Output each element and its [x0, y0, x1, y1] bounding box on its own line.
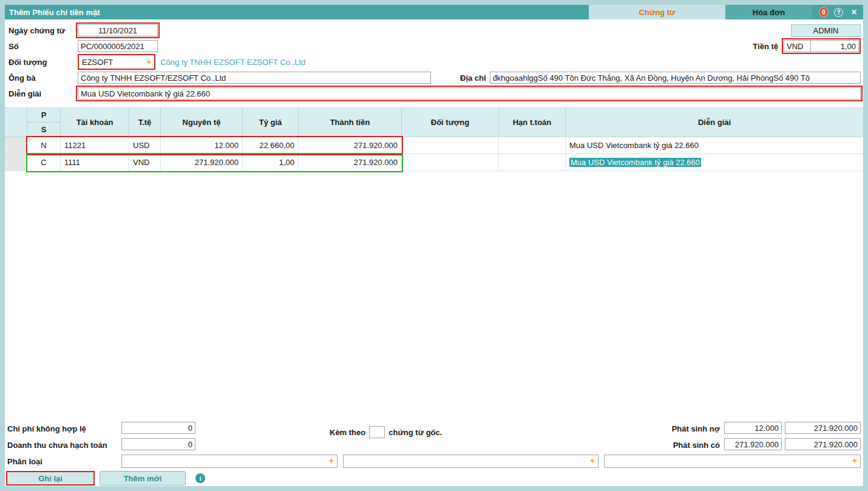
row-ong-ba: Ông bà Địa chỉ	[5, 70, 863, 86]
currency-annotation-box	[782, 38, 861, 54]
grid-row-debit[interactable]: N 11221 USD 12.000 22.660,00 271.920.000…	[5, 137, 863, 154]
phat-sinh-no-qty	[724, 422, 782, 434]
cell-dien-giai[interactable]: Mua USD Vietcombank tỷ giá 22.660	[566, 137, 863, 154]
add-partner-icon[interactable]: +	[144, 57, 154, 67]
dia-chi-input[interactable]	[490, 72, 861, 84]
so-label: Số	[6, 42, 78, 51]
transaction-grid: P S Tài khoản T.tệ Nguyên tệ Tỷ giá Thàn…	[5, 107, 863, 418]
ong-ba-label: Ông bà	[6, 73, 78, 83]
help-icon[interactable]: ?	[834, 8, 843, 17]
grid-header-p: P	[27, 108, 60, 123]
row-so: Số Tiền tệ	[5, 38, 863, 54]
row-handle[interactable]	[5, 137, 27, 154]
cell-t-te[interactable]: VND	[129, 154, 161, 171]
chi-phi-input[interactable]	[121, 422, 195, 434]
grid-header-handle	[5, 108, 27, 137]
cell-doi-tuong[interactable]	[402, 137, 499, 154]
admin-button[interactable]: ADMIN	[791, 24, 861, 37]
grid-row-credit[interactable]: C 1111 VND 271.920.000 1,00 271.920.000 …	[5, 154, 863, 171]
row-doi-tuong: Đối tượng + Công ty TNHH EZSOFT EZSOFT C…	[5, 54, 863, 70]
cell-t-te[interactable]: USD	[129, 137, 161, 154]
doi-tuong-label: Đối tượng	[6, 58, 78, 67]
tab-chung-tu[interactable]: Chứng từ	[589, 5, 725, 19]
cell-thanh-tien[interactable]: 271.920.000	[299, 154, 402, 171]
phan-loai-label: Phân loại	[7, 455, 42, 468]
grid-header-ty-gia: Tỷ giá	[243, 108, 299, 137]
phan-loai-field-1[interactable]: +	[121, 455, 337, 468]
cell-han-t-toan[interactable]	[499, 137, 566, 154]
save-button[interactable]: Ghi lại	[6, 471, 95, 486]
kem-theo-group: Kèm theo chứng từ gốc.	[330, 425, 442, 439]
cell-ps[interactable]: C	[27, 154, 61, 171]
ngay-chung-tu-label: Ngày chứng từ	[6, 26, 78, 35]
phat-sinh-co-label: Phát sinh có	[623, 438, 720, 452]
currency-code-input[interactable]	[784, 40, 810, 52]
doanh-thu-label: Doanh thu chưa hạch toán	[7, 438, 107, 452]
so-input[interactable]	[78, 40, 158, 52]
phan-loai-field-3[interactable]: +	[604, 455, 861, 468]
selected-text: Mua USD Vietcombank tỷ giá 22.660	[569, 158, 701, 167]
doi-tuong-input[interactable]	[80, 56, 144, 68]
add-category-icon[interactable]: +	[850, 456, 860, 466]
cash-payment-voucher-window: Thêm Phiếu chi tiền mặt Chứng từ Hóa đơn…	[5, 5, 863, 486]
exchange-rate-input[interactable]	[810, 40, 859, 52]
row-dien-giai: Diễn giải	[5, 86, 863, 101]
cell-thanh-tien[interactable]: 271.920.000	[299, 137, 402, 154]
voucher-footer: Chi phí không hợp lệ Kèm theo chứng từ g…	[5, 418, 863, 486]
cell-han-t-toan[interactable]	[499, 154, 566, 171]
notification-badge: 0	[819, 7, 829, 17]
info-icon[interactable]: i	[195, 473, 205, 483]
kem-theo-label: Kèm theo	[330, 428, 365, 437]
cell-nguyen-te[interactable]: 271.920.000	[161, 154, 243, 171]
add-category-icon[interactable]: +	[327, 456, 336, 466]
grid-header-row: P S Tài khoản T.tệ Nguyên tệ Tỷ giá Thàn…	[5, 108, 863, 137]
cell-tai-khoan[interactable]: 1111	[61, 154, 129, 171]
kem-theo-input[interactable]	[369, 426, 385, 438]
cell-ty-gia[interactable]: 1,00	[243, 154, 299, 171]
grid-header-thanh-tien: Thành tiền	[299, 108, 402, 137]
chi-phi-label: Chi phí không hợp lệ	[7, 422, 86, 435]
cell-ty-gia[interactable]: 22.660,00	[243, 137, 299, 154]
phat-sinh-no-amount	[785, 422, 861, 434]
phat-sinh-co-amount	[785, 438, 861, 450]
row-handle[interactable]	[5, 154, 27, 171]
grid-header-tai-khoan: Tài khoản	[61, 108, 129, 137]
close-icon[interactable]: ✕	[851, 8, 857, 16]
add-new-button[interactable]: Thêm mới	[100, 471, 186, 486]
titlebar: Thêm Phiếu chi tiền mặt Chứng từ Hóa đơn…	[5, 5, 863, 19]
row-ngay-chung-tu: Ngày chứng từ ADMIN	[5, 22, 863, 38]
chung-tu-goc-label: chứng từ gốc.	[388, 428, 442, 437]
doanh-thu-input[interactable]	[121, 438, 195, 450]
grid-header-nguyen-te: Nguyên tệ	[161, 108, 243, 137]
ngay-chung-tu-input[interactable]	[78, 24, 158, 36]
titlebar-icons: 0 ? ✕	[812, 5, 863, 19]
cell-tai-khoan[interactable]: 11221	[61, 137, 129, 154]
grid-header-t-te: T.tệ	[129, 108, 161, 137]
partner-display-name: Công ty TNHH EZSOFT EZSOFT Co.,Ltd	[160, 58, 305, 67]
grid-header-dien-giai: Diễn giải	[566, 108, 863, 137]
grid-header-s: S	[27, 123, 60, 137]
add-category-icon[interactable]: +	[588, 456, 597, 466]
dien-giai-label: Diễn giải	[6, 89, 78, 98]
doi-tuong-annotation-box: +	[78, 54, 155, 70]
grid-header-doi-tuong: Đối tượng	[402, 108, 499, 137]
phat-sinh-no-label: Phát sinh nợ	[623, 422, 720, 435]
phan-loai-field-2[interactable]: +	[343, 455, 598, 468]
ong-ba-input[interactable]	[78, 72, 431, 84]
cell-dien-giai[interactable]: Mua USD Vietcombank tỷ giá 22.660	[566, 154, 863, 171]
tien-te-label: Tiền tệ	[753, 42, 778, 51]
cell-doi-tuong[interactable]	[402, 154, 499, 171]
grid-header-han-t-toan: Hạn t.toán	[499, 108, 566, 137]
window-title: Thêm Phiếu chi tiền mặt	[5, 5, 589, 19]
grid-header-ps: P S	[27, 108, 61, 137]
dien-giai-input[interactable]	[78, 87, 861, 100]
cell-ps[interactable]: N	[27, 137, 61, 154]
dia-chi-label: Địa chỉ	[460, 73, 486, 83]
tab-hoa-don[interactable]: Hóa đơn	[725, 5, 812, 19]
voucher-header-form: Ngày chứng từ ADMIN Số Tiền tệ Đối tượng…	[5, 19, 863, 101]
phat-sinh-co-qty	[724, 438, 782, 450]
cell-nguyen-te[interactable]: 12.000	[161, 137, 243, 154]
